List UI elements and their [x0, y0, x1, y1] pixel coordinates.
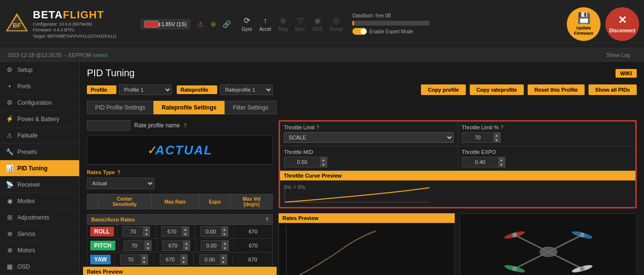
yaw-center-spin[interactable]: ▲ ▼ [120, 254, 148, 265]
sidebar-item-configuration[interactable]: ⚙ Configuration [0, 95, 79, 111]
yaw-center-input[interactable] [121, 256, 141, 263]
roll-center-spin[interactable]: ▲ ▼ [122, 226, 150, 237]
throttle-limit-percent-up[interactable]: ▲ [493, 133, 500, 138]
throttle-limit-percent-input[interactable] [462, 134, 493, 141]
pitch-expo-spin[interactable]: ▲ ▼ [201, 240, 229, 251]
throttle-expo-spin[interactable]: ▲ ▼ [462, 157, 505, 167]
rates-type-select[interactable]: Actual Betaflight Raceflight Kiss [87, 178, 154, 189]
throttle-expo-down[interactable]: ▼ [498, 162, 505, 167]
sidebar-item-adjustments[interactable]: ⊞ Adjustments [0, 209, 79, 226]
yaw-expo-spin[interactable]: ▲ ▼ [199, 254, 227, 265]
sidebar-item-presets[interactable]: 🔧 Presets [0, 144, 79, 160]
throttle-expo-input[interactable] [462, 158, 498, 166]
sidebar-item-pid-tuning[interactable]: 📊 PID Tuning [0, 160, 79, 177]
pitch-max-rate-up[interactable]: ▲ [183, 241, 190, 246]
roll-expo[interactable]: ▲ ▼ [195, 225, 234, 238]
roll-max-rate-spin[interactable]: ▲ ▼ [161, 226, 189, 237]
throttle-expo-up[interactable]: ▲ [498, 157, 505, 162]
rate-name-input[interactable] [87, 120, 130, 131]
pitch-max-rate[interactable]: ▲ ▼ [157, 239, 196, 252]
roll-expo-down[interactable]: ▼ [221, 232, 228, 236]
rate-name-help-icon[interactable]: ? [184, 123, 187, 128]
rates-type-help-icon[interactable]: ? [117, 170, 120, 175]
roll-center-down[interactable]: ▼ [143, 232, 150, 236]
yaw-center-up[interactable]: ▲ [141, 255, 148, 260]
sidebar-item-ports[interactable]: ▪ Ports [0, 78, 79, 95]
copy-rateprofile-button[interactable]: Copy rateprofile [470, 84, 524, 95]
throttle-limit-select[interactable]: SCALE CLIP OFF [284, 132, 454, 143]
update-firmware-button[interactable]: 💾 Update Firmware [567, 7, 601, 41]
pitch-expo-down[interactable]: ▼ [222, 246, 228, 250]
pitch-expo[interactable]: ▲ ▼ [196, 239, 234, 252]
basic-acro-help-icon[interactable]: ? [266, 217, 268, 222]
yaw-expo-input[interactable] [200, 256, 220, 263]
roll-expo-input[interactable] [201, 228, 221, 235]
wiki-button[interactable]: WIKI [616, 69, 637, 78]
copy-profile-button[interactable]: Copy profile [421, 84, 465, 95]
profile-help-icon[interactable]: ? [109, 87, 112, 93]
yaw-max-rate-spin[interactable]: ▲ ▼ [160, 254, 188, 265]
yaw-expo-btns: ▲ ▼ [220, 255, 227, 264]
yaw-expo-up[interactable]: ▲ [220, 255, 227, 260]
pitch-center-up[interactable]: ▲ [144, 241, 151, 246]
roll-max-rate[interactable]: ▲ ▼ [155, 225, 195, 238]
yaw-center-sensitivity[interactable]: ▲ ▼ [114, 253, 154, 266]
sidebar-item-motors[interactable]: ⊕ Motors [0, 242, 79, 259]
pitch-expo-up[interactable]: ▲ [222, 241, 228, 246]
roll-expo-spin[interactable]: ▲ ▼ [200, 226, 228, 237]
throttle-limit-percent-help-icon[interactable]: ? [501, 125, 504, 130]
roll-max-rate-up[interactable]: ▲ [182, 227, 189, 232]
throttle-limit-help-icon[interactable]: ? [317, 125, 320, 130]
tab-pid-profile-settings[interactable]: PID Profile Settings [87, 101, 154, 114]
svg-point-19 [580, 233, 585, 237]
throttle-limit-percent-down[interactable]: ▼ [493, 138, 500, 142]
roll-center-sensitivity[interactable]: ▲ ▼ [117, 225, 156, 238]
yaw-expo-down[interactable]: ▼ [220, 260, 227, 264]
expert-mode-toggle[interactable]: Enable Expert Mode [352, 28, 430, 35]
tab-rateprofile-settings[interactable]: Rateprofile Settings [154, 101, 224, 114]
sidebar-item-setup[interactable]: ⚙ Setup [0, 62, 79, 78]
gyro-icon: ⟳ [244, 16, 250, 25]
sidebar-item-power-battery[interactable]: ⚡ Power & Battery [0, 111, 79, 127]
rateprofile-help-icon[interactable]: ? [210, 87, 213, 93]
sidebar-item-osd[interactable]: ▦ OSD [0, 259, 79, 275]
reset-profile-button[interactable]: Reset this Profile [528, 84, 585, 95]
yaw-max-rate-input[interactable] [160, 256, 181, 263]
disconnect-button[interactable]: ✕ Disconnect [605, 7, 639, 41]
pitch-center-sensitivity[interactable]: ▲ ▼ [118, 239, 157, 252]
throttle-mid-down[interactable]: ▼ [320, 162, 327, 167]
roll-expo-up[interactable]: ▲ [221, 227, 228, 232]
pitch-max-rate-down[interactable]: ▼ [183, 246, 190, 250]
sidebar-item-receiver[interactable]: 📡 Receiver [0, 177, 79, 193]
tab-filter-settings[interactable]: Filter Settings [224, 101, 276, 114]
pitch-max-rate-spin[interactable]: ▲ ▼ [162, 240, 190, 251]
roll-max-rate-input[interactable] [162, 228, 182, 235]
rates-preview-help-icon[interactable]: ? [270, 269, 273, 275]
expert-mode-switch[interactable] [352, 28, 367, 35]
pitch-max-rate-input[interactable] [163, 242, 183, 249]
show-all-pids-button[interactable]: Show all PIDs [588, 84, 637, 95]
pitch-center-input[interactable] [124, 242, 144, 249]
yaw-max-rate-up[interactable]: ▲ [181, 255, 187, 260]
pitch-center-down[interactable]: ▼ [144, 246, 151, 250]
throttle-limit-percent-spin[interactable]: ▲ ▼ [462, 132, 501, 143]
pitch-expo-input[interactable] [201, 242, 222, 249]
roll-center-input[interactable] [123, 228, 143, 235]
yaw-max-rate-down[interactable]: ▼ [181, 260, 187, 264]
sidebar-item-failsafe[interactable]: ⚠ Failsafe [0, 127, 79, 144]
throttle-mid-up[interactable]: ▲ [320, 157, 327, 162]
sidebar-item-servos[interactable]: ⊗ Servos [0, 226, 79, 242]
rateprofile-select[interactable]: Rateprofile 1 [220, 84, 273, 95]
yaw-expo[interactable]: ▲ ▼ [193, 253, 233, 266]
profile-select[interactable]: Profile 1 [119, 84, 172, 95]
expert-mode-label: Enable Expert Mode [369, 29, 413, 34]
roll-max-rate-down[interactable]: ▼ [182, 232, 189, 236]
show-log-button[interactable]: Show Log [600, 50, 637, 60]
sidebar-item-modes[interactable]: ◉ Modes [0, 193, 79, 209]
roll-center-up[interactable]: ▲ [143, 227, 150, 232]
yaw-max-rate[interactable]: ▲ ▼ [154, 253, 193, 266]
throttle-mid-spin[interactable]: ▲ ▼ [284, 157, 327, 167]
yaw-center-down[interactable]: ▼ [141, 260, 148, 264]
throttle-mid-input[interactable] [284, 158, 320, 166]
pitch-center-spin[interactable]: ▲ ▼ [124, 240, 152, 251]
